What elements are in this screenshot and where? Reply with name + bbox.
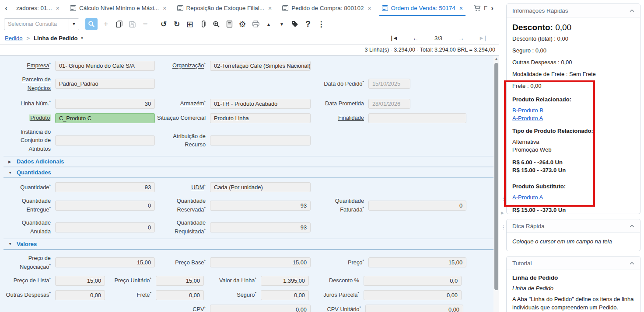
form-vertical-scrollbar[interactable]: ▲ (494, 56, 499, 312)
next-record-button[interactable]: → (458, 35, 464, 42)
finalidade-field[interactable] (368, 113, 466, 123)
chevron-up-icon[interactable] (630, 262, 634, 265)
breadcrumb-parent-link[interactable]: Pedido (5, 35, 22, 42)
data-do-pedido-field[interactable]: 15/10/2025 (368, 79, 410, 89)
quantidade-faturada-field[interactable]: 0 (368, 201, 466, 211)
preco-field[interactable]: 15,00 (368, 257, 466, 267)
select-query-combobox[interactable]: Selecionar Consulta ▼ (4, 18, 79, 30)
new-record-button[interactable]: + (99, 18, 112, 30)
main-area: ‹ zadores: 01... × Cálculo Nível Mínimo … (0, 0, 500, 312)
preco-negociacao-field[interactable]: 15,00 (55, 257, 155, 267)
quick-info-header[interactable]: Informações Rápidas (507, 4, 640, 17)
grid-toggle-button[interactable]: ⊞ (183, 18, 196, 30)
field-label-data-prometida: Data Prometida (311, 99, 368, 108)
label-button[interactable] (288, 18, 301, 30)
first-record-button[interactable]: ❘◀ (389, 35, 397, 41)
armazem-field[interactable]: 01-TR - Produto Acabado (210, 99, 311, 109)
splitter-collapse-arrow-icon[interactable]: ▶ (501, 211, 504, 215)
report-button[interactable] (223, 18, 236, 30)
chevron-up-icon[interactable] (630, 9, 634, 12)
tab-close-icon[interactable]: × (56, 5, 60, 12)
attachment-button[interactable] (196, 18, 210, 30)
tab-pedido-compra[interactable]: Pedido de Compra: 800102 × (277, 0, 376, 16)
juros-parcela-field[interactable]: 0,00 (364, 290, 462, 300)
chevron-up-icon[interactable] (630, 225, 634, 228)
tab-calculo-nivel[interactable]: Cálculo Nível Mínimo e Máxi... × (65, 0, 172, 16)
produto-field[interactable]: C_Produto C (55, 113, 155, 123)
quantidade-reservada-field[interactable]: 93 (210, 201, 311, 211)
quantidade-requisitada-field[interactable]: 93 (210, 222, 311, 232)
substitute-product-link[interactable]: A-Produto A (512, 194, 543, 201)
delete-record-button[interactable]: − (139, 18, 152, 30)
outras-despesas-field[interactable]: 0,00 (55, 290, 105, 300)
empresa-field[interactable]: 01- Grupo Mundo do Café S/A (55, 61, 155, 71)
linha-num-field[interactable]: 30 (55, 99, 155, 109)
tab-label: Reposição de Estoque Filial... (186, 5, 265, 11)
desconto-pct-field[interactable]: 0,0 (364, 276, 462, 286)
previous-record-button[interactable]: ← (413, 35, 419, 42)
more-options-button[interactable]: ⋮ (315, 18, 328, 30)
copy-record-button[interactable] (112, 18, 126, 30)
field-label-outras-despesas: Outras Despesas* (4, 291, 55, 299)
record-navigation: ❘◀ ← 3/3 → ▶❘ (389, 32, 487, 44)
quick-tip-header[interactable]: Dica Rápida (507, 219, 640, 233)
tab-clipped[interactable]: F (469, 0, 487, 16)
data-prometida-field[interactable]: 28/01/2026 (368, 99, 410, 109)
related-product-link[interactable]: A-Produto A (512, 115, 543, 121)
process-button[interactable]: ⚙ (236, 18, 249, 30)
quantidade-entregue-field[interactable]: 0 (55, 201, 155, 211)
seguro-field[interactable]: 0,00 (261, 290, 309, 300)
save-button[interactable] (126, 18, 139, 30)
valor-da-linha-field[interactable]: 1.395,00 (261, 276, 309, 286)
related-product-link[interactable]: B-Produto B (512, 107, 543, 114)
last-record-button[interactable]: ▶❘ (480, 35, 487, 41)
splitter-grip-dots[interactable]: ⋮ (501, 225, 506, 230)
preco-base-field[interactable]: 15,00 (210, 257, 311, 267)
quantidade-anulada-field[interactable]: 0 (55, 222, 155, 232)
tab-reposicao-estoque[interactable]: Reposição de Estoque Filial... × (172, 0, 277, 16)
scrollbar-up-arrow-icon[interactable]: ▲ (494, 57, 499, 61)
udm-field[interactable]: Cada (Por unidade) (210, 182, 311, 192)
splitter-grip-dots[interactable]: ⋮ (501, 196, 506, 201)
tab-close-icon[interactable]: × (268, 5, 272, 12)
parceiro-negocios-field[interactable]: Padrão_Padrão (55, 79, 155, 89)
section-dados-adicionais[interactable]: ▶ Dados Adicionais (4, 156, 500, 167)
tab-close-icon[interactable]: × (368, 5, 371, 12)
tab-ordem-de-venda-active[interactable]: Ordem de Venda: 50174 × (377, 0, 468, 16)
zoom-in-icon (213, 21, 220, 28)
tab-close-icon[interactable]: × (459, 5, 463, 12)
instancia-conjunto-atributos-field[interactable] (55, 135, 155, 146)
preco-de-lista-field[interactable]: 15,00 (55, 276, 105, 286)
expand-all-button[interactable]: ▼ (275, 18, 288, 30)
section-title: Valores (17, 241, 37, 247)
preco-unitario-field[interactable]: 15,00 (156, 276, 204, 286)
quantidade-field[interactable]: 93 (55, 182, 155, 192)
tutorial-header[interactable]: Tutorial (507, 257, 640, 270)
find-button[interactable] (85, 18, 98, 30)
refresh-button[interactable]: ↻ (170, 18, 183, 30)
east-panel-splitter[interactable]: ⋮ ▶ ⋮ (499, 0, 506, 312)
atribuicao-recurso-field[interactable] (210, 135, 311, 146)
help-button[interactable]: ? (301, 18, 315, 30)
record-zoom-button[interactable] (210, 18, 223, 30)
section-title: Quantidades (17, 169, 51, 176)
tab-close-icon[interactable]: × (163, 5, 166, 12)
chevron-down-icon[interactable]: ▼ (80, 36, 84, 40)
frete-field[interactable]: 0,00 (156, 290, 204, 300)
undo-button[interactable]: ↺ (157, 18, 170, 30)
tab-scroll-right-icon[interactable]: › (491, 4, 494, 13)
breadcrumb-current-tab[interactable]: Linha de Pedido (34, 35, 77, 42)
cpv-field[interactable]: 0,00 (210, 305, 311, 312)
scrollbar-thumb[interactable] (494, 63, 498, 290)
organizacao-field[interactable]: 02-Torrefação Café (Simples Nacional) (210, 61, 311, 71)
combobox-dropdown-button[interactable]: ▼ (69, 19, 79, 30)
cpv-unitario-field[interactable]: 0,00 (365, 305, 463, 312)
section-valores[interactable]: ▼ Valores (4, 239, 500, 250)
situacao-comercial-field[interactable]: Produto Linha (210, 113, 311, 123)
print-button[interactable] (249, 18, 262, 30)
tab-visualizadores[interactable]: zadores: 01... × (11, 0, 64, 16)
section-quantidades[interactable]: ▼ Quantidades (4, 167, 500, 178)
tab-scroll-left-icon[interactable]: ‹ (2, 3, 10, 14)
collapse-all-button[interactable]: ▲ (262, 18, 275, 30)
application-window: ‹ zadores: 01... × Cálculo Nível Mínimo … (0, 0, 644, 312)
